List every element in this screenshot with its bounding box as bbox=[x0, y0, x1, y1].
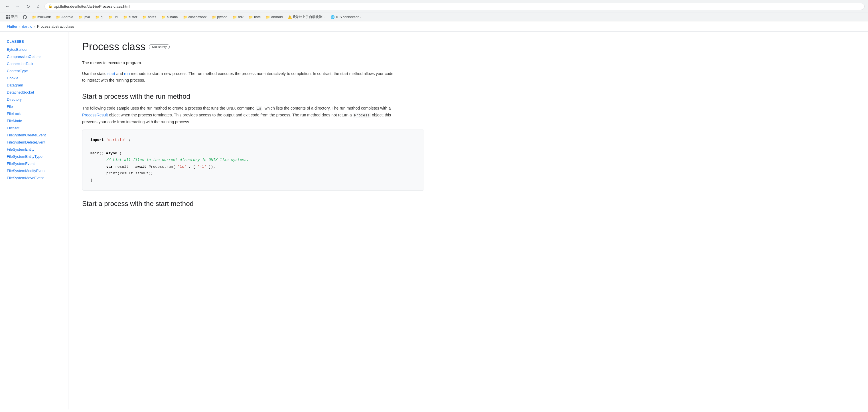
code-block-1: import 'dart:io' ; main() async { // Lis… bbox=[82, 129, 424, 190]
sidebar-item-directory[interactable]: Directory bbox=[0, 96, 68, 103]
ls-string: 'ls' bbox=[178, 165, 186, 169]
bookmark-java[interactable]: 📁 java bbox=[76, 14, 92, 20]
var-keyword: var bbox=[106, 165, 113, 169]
warning-icon: ⚠️ bbox=[288, 15, 292, 19]
bookmark-label: python bbox=[217, 15, 227, 19]
sidebar-item-filestat[interactable]: FileStat bbox=[0, 124, 68, 131]
ls-command: ls bbox=[256, 106, 262, 111]
browser-toolbar: ← → ↻ ⌂ 🔒 api.flutter.dev/flutter/dart-i… bbox=[0, 0, 868, 12]
bookmark-python[interactable]: 📁 python bbox=[210, 14, 230, 20]
s1-middle: , which lists the contents of a director… bbox=[262, 106, 391, 111]
run-link[interactable]: run bbox=[124, 71, 130, 76]
bookmark-label: util bbox=[114, 15, 118, 19]
bookmarks-bar: 应用 📁 miuiwork 📁 Android 📁 java 📁 gl 📁 ut… bbox=[0, 12, 868, 21]
sidebar-item-filesystemcreateevent[interactable]: FileSystemCreateEvent bbox=[0, 131, 68, 139]
code-line-1: import 'dart:io' ; bbox=[90, 137, 416, 143]
bookmark-label: note bbox=[254, 15, 260, 19]
home-button[interactable]: ⌂ bbox=[34, 2, 42, 10]
breadcrumb-dartio[interactable]: dart:io bbox=[22, 24, 32, 29]
page-title: Process class bbox=[82, 41, 146, 53]
bookmark-apps[interactable]: 应用 bbox=[3, 14, 20, 20]
bookmark-label: alibabawork bbox=[188, 15, 207, 19]
svg-rect-7 bbox=[7, 18, 8, 19]
import-keyword: import bbox=[90, 138, 104, 142]
breadcrumb-flutter[interactable]: Flutter bbox=[7, 24, 18, 29]
breadcrumb-current: Process abstract class bbox=[37, 24, 74, 29]
null-safety-badge[interactable]: Null safety bbox=[149, 44, 170, 49]
apps-label: 应用 bbox=[11, 14, 18, 20]
bookmark-label: gl bbox=[101, 15, 103, 19]
process-code: Process bbox=[353, 113, 371, 118]
sidebar-item-file[interactable]: File bbox=[0, 103, 68, 110]
bookmark-label: Android bbox=[61, 15, 73, 19]
sidebar-item-filesystemevent[interactable]: FileSystemEvent bbox=[0, 160, 68, 167]
sidebar-item-filelock[interactable]: FileLock bbox=[0, 110, 68, 117]
bookmark-label: miuiwork bbox=[37, 15, 51, 19]
content-area: Process class Null safety The means to e… bbox=[68, 32, 468, 409]
bookmark-label: flutter bbox=[129, 15, 137, 19]
bookmark-android[interactable]: 📁 Android bbox=[54, 14, 75, 20]
bookmark-alibaba[interactable]: 📁 alibaba bbox=[159, 14, 180, 20]
sidebar-item-connectiontask[interactable]: ConnectionTask bbox=[0, 60, 68, 67]
sidebar-item-cookie[interactable]: Cookie bbox=[0, 75, 68, 82]
back-button[interactable]: ← bbox=[3, 2, 11, 10]
folder-icon: 📁 bbox=[161, 15, 166, 19]
svg-rect-6 bbox=[6, 18, 7, 19]
sidebar-item-filesystementitytype[interactable]: FileSystemEntityType bbox=[0, 153, 68, 160]
description-2: Use the static start and run methods to … bbox=[82, 70, 396, 83]
bookmark-notes[interactable]: 📁 notes bbox=[140, 14, 158, 20]
address-bar[interactable]: 🔒 api.flutter.dev/flutter/dart-io/Proces… bbox=[44, 3, 865, 10]
code-line-main: main() async { bbox=[90, 150, 416, 157]
breadcrumb: Flutter › dart:io › Process abstract cla… bbox=[0, 21, 868, 32]
description-1: The means to execute a program. bbox=[82, 60, 396, 66]
bookmark-automation[interactable]: ⚠️ 5分钟上手自动化测... bbox=[285, 14, 328, 20]
forward-button[interactable]: → bbox=[14, 2, 22, 10]
start-link[interactable]: start bbox=[107, 71, 115, 76]
folder-icon: 📁 bbox=[249, 15, 253, 19]
svg-rect-1 bbox=[7, 15, 8, 16]
sidebar-item-filesystemmoveevent[interactable]: FileSystemMoveEvent bbox=[0, 174, 68, 181]
sidebar-item-filesystementity[interactable]: FileSystemEntity bbox=[0, 146, 68, 153]
bookmark-github[interactable] bbox=[21, 14, 29, 20]
sidebar-item-filemode[interactable]: FileMode bbox=[0, 117, 68, 124]
bookmark-label: java bbox=[84, 15, 90, 19]
breadcrumb-sep-2: › bbox=[34, 24, 35, 29]
bookmark-note[interactable]: 📁 note bbox=[246, 14, 263, 20]
section1-description: The following code sample uses the run m… bbox=[82, 105, 396, 125]
bookmark-util[interactable]: 📁 util bbox=[106, 14, 120, 20]
bookmark-ios[interactable]: 🌐 IOS connection -... bbox=[328, 14, 366, 20]
sidebar-item-filesystemdeleteevent[interactable]: FileSystemDeleteEvent bbox=[0, 139, 68, 146]
code-line-blank bbox=[90, 144, 416, 150]
bookmark-label: 5分钟上手自动化测... bbox=[293, 14, 326, 20]
sidebar-item-datagram[interactable]: Datagram bbox=[0, 82, 68, 89]
section1-heading: Start a process with the run method bbox=[82, 92, 454, 100]
sidebar-item-contenttype[interactable]: ContentType bbox=[0, 67, 68, 75]
sidebar-section-title: CLASSES bbox=[0, 37, 68, 46]
svg-rect-4 bbox=[7, 17, 8, 18]
processresult-link[interactable]: ProcessResult bbox=[82, 113, 108, 117]
sidebar-item-filesystemmodifyevent[interactable]: FileSystemModifyEvent bbox=[0, 167, 68, 174]
code-line-close: } bbox=[90, 177, 416, 183]
bookmark-flutter[interactable]: 📁 flutter bbox=[121, 14, 140, 20]
code-line-var: var result = await Process.run( 'ls' , [… bbox=[90, 164, 416, 170]
folder-icon: 📁 bbox=[56, 15, 60, 19]
folder-icon: 📁 bbox=[266, 15, 270, 19]
sidebar-item-compressionoptions[interactable]: CompressionOptions bbox=[0, 53, 68, 60]
l-flag-string: '-l' bbox=[197, 165, 207, 169]
bookmark-alibabawork[interactable]: 📁 alibabawork bbox=[181, 14, 209, 20]
bookmark-gl[interactable]: 📁 gl bbox=[93, 14, 105, 20]
globe-icon: 🌐 bbox=[331, 15, 335, 19]
dart-io-string: 'dart:io' bbox=[106, 138, 126, 142]
code-line-print: print(result.stdout); bbox=[90, 170, 416, 177]
reload-button[interactable]: ↻ bbox=[24, 2, 32, 10]
bookmark-miuiwork[interactable]: 📁 miuiwork bbox=[30, 14, 53, 20]
folder-icon: 📁 bbox=[32, 15, 36, 19]
bookmark-android2[interactable]: 📁 android bbox=[264, 14, 285, 20]
bookmark-label: android bbox=[271, 15, 283, 19]
sidebar-item-bytesbuilder[interactable]: BytesBuilder bbox=[0, 46, 68, 53]
bookmark-ndk[interactable]: 📁 ndk bbox=[230, 14, 246, 20]
bookmark-label: notes bbox=[148, 15, 156, 19]
browser-chrome: ← → ↻ ⌂ 🔒 api.flutter.dev/flutter/dart-i… bbox=[0, 0, 868, 21]
section2-heading: Start a process with the start method bbox=[82, 200, 454, 208]
sidebar-item-detachedsocket[interactable]: DetachedSocket bbox=[0, 89, 68, 96]
